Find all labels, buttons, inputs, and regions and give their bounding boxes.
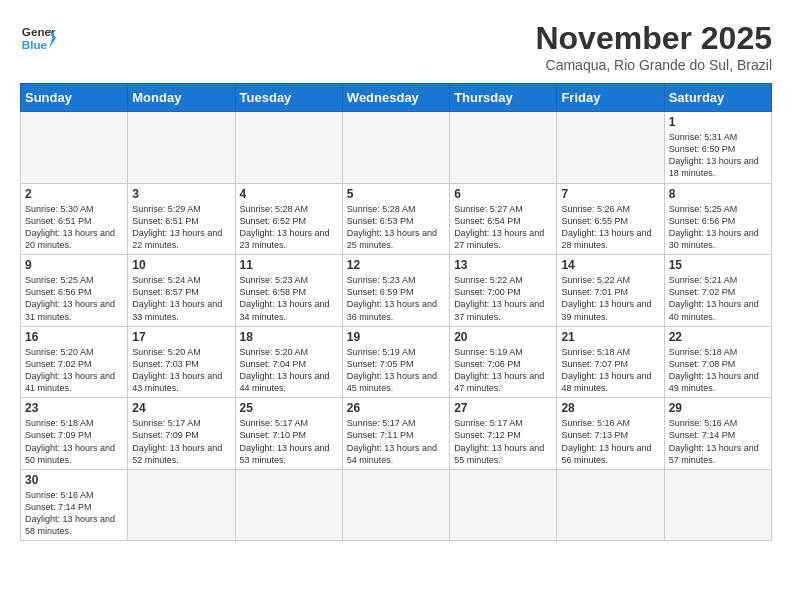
- day-number: 13: [454, 258, 552, 272]
- day-number: 19: [347, 330, 445, 344]
- calendar-cell: [450, 469, 557, 541]
- calendar-table: SundayMondayTuesdayWednesdayThursdayFrid…: [20, 83, 772, 541]
- day-info: Sunrise: 5:20 AM Sunset: 7:04 PM Dayligh…: [240, 346, 338, 395]
- day-number: 17: [132, 330, 230, 344]
- day-number: 1: [669, 115, 767, 129]
- calendar-cell: 21Sunrise: 5:18 AM Sunset: 7:07 PM Dayli…: [557, 326, 664, 398]
- calendar-cell: 12Sunrise: 5:23 AM Sunset: 6:59 PM Dayli…: [342, 255, 449, 327]
- day-number: 21: [561, 330, 659, 344]
- calendar-cell: [128, 112, 235, 184]
- calendar-cell: 30Sunrise: 5:16 AM Sunset: 7:14 PM Dayli…: [21, 469, 128, 541]
- calendar-cell: 4Sunrise: 5:28 AM Sunset: 6:52 PM Daylig…: [235, 183, 342, 255]
- calendar-cell: 13Sunrise: 5:22 AM Sunset: 7:00 PM Dayli…: [450, 255, 557, 327]
- day-number: 11: [240, 258, 338, 272]
- day-info: Sunrise: 5:27 AM Sunset: 6:54 PM Dayligh…: [454, 203, 552, 252]
- weekday-header: Wednesday: [342, 84, 449, 112]
- day-info: Sunrise: 5:28 AM Sunset: 6:52 PM Dayligh…: [240, 203, 338, 252]
- calendar-cell: 17Sunrise: 5:20 AM Sunset: 7:03 PM Dayli…: [128, 326, 235, 398]
- calendar-cell: 7Sunrise: 5:26 AM Sunset: 6:55 PM Daylig…: [557, 183, 664, 255]
- calendar-cell: 22Sunrise: 5:18 AM Sunset: 7:08 PM Dayli…: [664, 326, 771, 398]
- day-info: Sunrise: 5:18 AM Sunset: 7:09 PM Dayligh…: [25, 417, 123, 466]
- logo-icon: General Blue: [20, 20, 56, 56]
- calendar-week-row: 23Sunrise: 5:18 AM Sunset: 7:09 PM Dayli…: [21, 398, 772, 470]
- day-number: 30: [25, 473, 123, 487]
- day-info: Sunrise: 5:20 AM Sunset: 7:03 PM Dayligh…: [132, 346, 230, 395]
- day-info: Sunrise: 5:25 AM Sunset: 6:56 PM Dayligh…: [25, 274, 123, 323]
- calendar-cell: [664, 469, 771, 541]
- day-info: Sunrise: 5:23 AM Sunset: 6:58 PM Dayligh…: [240, 274, 338, 323]
- calendar-cell: 19Sunrise: 5:19 AM Sunset: 7:05 PM Dayli…: [342, 326, 449, 398]
- day-info: Sunrise: 5:26 AM Sunset: 6:55 PM Dayligh…: [561, 203, 659, 252]
- day-info: Sunrise: 5:18 AM Sunset: 7:08 PM Dayligh…: [669, 346, 767, 395]
- day-number: 8: [669, 187, 767, 201]
- weekday-header: Saturday: [664, 84, 771, 112]
- calendar-cell: 1Sunrise: 5:31 AM Sunset: 6:50 PM Daylig…: [664, 112, 771, 184]
- day-info: Sunrise: 5:29 AM Sunset: 6:51 PM Dayligh…: [132, 203, 230, 252]
- day-info: Sunrise: 5:24 AM Sunset: 6:57 PM Dayligh…: [132, 274, 230, 323]
- calendar-cell: 25Sunrise: 5:17 AM Sunset: 7:10 PM Dayli…: [235, 398, 342, 470]
- calendar-cell: 15Sunrise: 5:21 AM Sunset: 7:02 PM Dayli…: [664, 255, 771, 327]
- weekday-header-row: SundayMondayTuesdayWednesdayThursdayFrid…: [21, 84, 772, 112]
- calendar-cell: 11Sunrise: 5:23 AM Sunset: 6:58 PM Dayli…: [235, 255, 342, 327]
- day-info: Sunrise: 5:18 AM Sunset: 7:07 PM Dayligh…: [561, 346, 659, 395]
- weekday-header: Friday: [557, 84, 664, 112]
- calendar-cell: 9Sunrise: 5:25 AM Sunset: 6:56 PM Daylig…: [21, 255, 128, 327]
- day-info: Sunrise: 5:16 AM Sunset: 7:14 PM Dayligh…: [669, 417, 767, 466]
- day-info: Sunrise: 5:19 AM Sunset: 7:06 PM Dayligh…: [454, 346, 552, 395]
- calendar-cell: 26Sunrise: 5:17 AM Sunset: 7:11 PM Dayli…: [342, 398, 449, 470]
- day-number: 27: [454, 401, 552, 415]
- calendar-week-row: 9Sunrise: 5:25 AM Sunset: 6:56 PM Daylig…: [21, 255, 772, 327]
- day-number: 7: [561, 187, 659, 201]
- day-info: Sunrise: 5:23 AM Sunset: 6:59 PM Dayligh…: [347, 274, 445, 323]
- day-number: 16: [25, 330, 123, 344]
- calendar-cell: 2Sunrise: 5:30 AM Sunset: 6:51 PM Daylig…: [21, 183, 128, 255]
- page-header: General Blue November 2025 Camaqua, Rio …: [20, 20, 772, 73]
- calendar-cell: 18Sunrise: 5:20 AM Sunset: 7:04 PM Dayli…: [235, 326, 342, 398]
- calendar-cell: [235, 112, 342, 184]
- month-title: November 2025: [535, 20, 772, 57]
- calendar-week-row: 16Sunrise: 5:20 AM Sunset: 7:02 PM Dayli…: [21, 326, 772, 398]
- day-number: 26: [347, 401, 445, 415]
- calendar-cell: 5Sunrise: 5:28 AM Sunset: 6:53 PM Daylig…: [342, 183, 449, 255]
- day-number: 28: [561, 401, 659, 415]
- title-block: November 2025 Camaqua, Rio Grande do Sul…: [535, 20, 772, 73]
- calendar-cell: 16Sunrise: 5:20 AM Sunset: 7:02 PM Dayli…: [21, 326, 128, 398]
- day-info: Sunrise: 5:30 AM Sunset: 6:51 PM Dayligh…: [25, 203, 123, 252]
- calendar-cell: [557, 469, 664, 541]
- day-number: 15: [669, 258, 767, 272]
- calendar-cell: [557, 112, 664, 184]
- day-number: 10: [132, 258, 230, 272]
- day-info: Sunrise: 5:16 AM Sunset: 7:14 PM Dayligh…: [25, 489, 123, 538]
- day-info: Sunrise: 5:17 AM Sunset: 7:10 PM Dayligh…: [240, 417, 338, 466]
- day-number: 18: [240, 330, 338, 344]
- calendar-cell: 23Sunrise: 5:18 AM Sunset: 7:09 PM Dayli…: [21, 398, 128, 470]
- calendar-cell: 28Sunrise: 5:16 AM Sunset: 7:13 PM Dayli…: [557, 398, 664, 470]
- weekday-header: Thursday: [450, 84, 557, 112]
- day-info: Sunrise: 5:17 AM Sunset: 7:09 PM Dayligh…: [132, 417, 230, 466]
- logo: General Blue: [20, 20, 56, 56]
- calendar-cell: 10Sunrise: 5:24 AM Sunset: 6:57 PM Dayli…: [128, 255, 235, 327]
- day-number: 9: [25, 258, 123, 272]
- calendar-cell: [21, 112, 128, 184]
- calendar-cell: 24Sunrise: 5:17 AM Sunset: 7:09 PM Dayli…: [128, 398, 235, 470]
- day-number: 23: [25, 401, 123, 415]
- day-info: Sunrise: 5:17 AM Sunset: 7:12 PM Dayligh…: [454, 417, 552, 466]
- day-number: 29: [669, 401, 767, 415]
- day-number: 24: [132, 401, 230, 415]
- day-info: Sunrise: 5:22 AM Sunset: 7:00 PM Dayligh…: [454, 274, 552, 323]
- day-info: Sunrise: 5:17 AM Sunset: 7:11 PM Dayligh…: [347, 417, 445, 466]
- day-number: 12: [347, 258, 445, 272]
- day-info: Sunrise: 5:16 AM Sunset: 7:13 PM Dayligh…: [561, 417, 659, 466]
- weekday-header: Sunday: [21, 84, 128, 112]
- weekday-header: Monday: [128, 84, 235, 112]
- location-subtitle: Camaqua, Rio Grande do Sul, Brazil: [535, 57, 772, 73]
- day-number: 22: [669, 330, 767, 344]
- svg-text:Blue: Blue: [22, 38, 48, 51]
- calendar-cell: [128, 469, 235, 541]
- day-number: 2: [25, 187, 123, 201]
- weekday-header: Tuesday: [235, 84, 342, 112]
- calendar-week-row: 2Sunrise: 5:30 AM Sunset: 6:51 PM Daylig…: [21, 183, 772, 255]
- calendar-cell: [235, 469, 342, 541]
- calendar-cell: 8Sunrise: 5:25 AM Sunset: 6:56 PM Daylig…: [664, 183, 771, 255]
- day-info: Sunrise: 5:21 AM Sunset: 7:02 PM Dayligh…: [669, 274, 767, 323]
